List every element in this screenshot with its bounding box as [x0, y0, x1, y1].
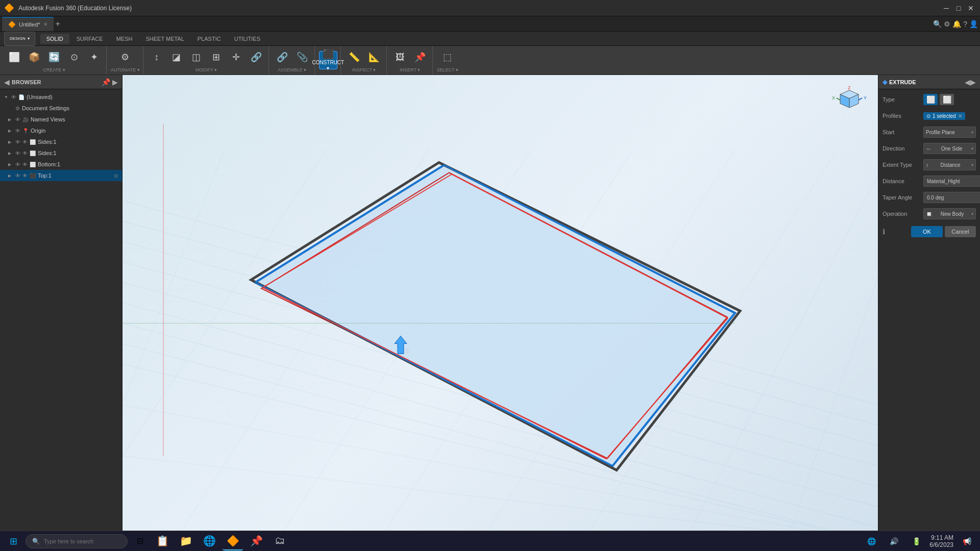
tab-utilities[interactable]: UTILITIES [228, 34, 266, 44]
tool-loft[interactable]: ✦ [85, 48, 103, 66]
tree-item-sides1-2[interactable]: ▶ 👁 👁 ⬜ Sides:1 [0, 147, 122, 159]
doc-tab-close[interactable]: ✕ [43, 21, 47, 27]
browser-expand-button[interactable]: ▶ [112, 78, 118, 86]
account-icon-button[interactable]: 👤 [969, 20, 978, 28]
notifications-icon-button[interactable]: 🔔 [952, 20, 961, 28]
viewport[interactable]: 5 [122, 75, 878, 551]
tool-insert[interactable]: 🖼 [391, 48, 409, 66]
tab-mesh[interactable]: MESH [110, 34, 139, 44]
profiles-badge[interactable]: ⊙ 1 selected ✕ [923, 112, 965, 120]
tool-decal[interactable]: 📌 [411, 48, 429, 66]
task-view-button[interactable]: ⊟ [131, 532, 149, 550]
new-tab-button[interactable]: + [56, 19, 60, 29]
inspect-tools: 📏 📐 [345, 48, 383, 66]
taskbar-app-explorer[interactable]: 📁 [176, 532, 196, 550]
tab-solid[interactable]: SOLID [40, 34, 69, 44]
extrude-info-row: ℹ OK Cancel [878, 224, 980, 239]
design-mode-button[interactable]: DESIGN ▾ [4, 32, 35, 46]
battery-tray-icon[interactable]: 🔋 [907, 532, 925, 550]
tool-new-component[interactable]: ⬜ [5, 48, 23, 66]
svg-line-8 [122, 323, 878, 528]
network-tray-icon[interactable]: 🌐 [862, 532, 880, 550]
toolbar-tools-row: ⬜ 📦 🔄 ⊙ ✦ CREATE ▾ ⚙ [0, 46, 980, 74]
tool-measure[interactable]: 📏 [345, 48, 363, 66]
tab-surface[interactable]: SURFACE [70, 34, 109, 44]
tree-item-top1[interactable]: ▶ 👁 👁 ⬛ Top:1 ⊙ [0, 170, 122, 181]
view-cube[interactable]: Y X Z [829, 85, 870, 126]
tool-sweep[interactable]: ⊙ [65, 48, 83, 66]
tool-revolve[interactable]: 🔄 [45, 48, 63, 66]
taskbar-search-bar[interactable]: 🔍 [26, 534, 128, 548]
search-icon-button[interactable]: 🔍 [933, 20, 942, 28]
extrude-ok-button[interactable]: OK [911, 226, 942, 237]
minimize-button[interactable]: ─ [941, 3, 951, 13]
tool-joint[interactable]: 🔗 [273, 48, 291, 66]
maximize-button[interactable]: □ [953, 3, 964, 13]
close-button[interactable]: ✕ [966, 3, 976, 13]
tool-move[interactable]: ✛ [227, 48, 246, 66]
extrude-panel-title: ◈ EXTRUDE [883, 79, 916, 86]
browser-collapse-button[interactable]: ◀ [4, 78, 10, 86]
extrude-operation-dropdown[interactable]: 🔲 New Body ▾ [923, 208, 976, 219]
svg-line-7 [122, 303, 878, 507]
extrude-distance-input[interactable] [923, 176, 980, 187]
tool-combine[interactable]: 🔗 [247, 48, 265, 66]
viewport-grid: 5 [122, 75, 878, 551]
extrude-taper-angle-input[interactable] [923, 192, 980, 203]
extrude-start-dropdown-text: Profile Plane [926, 130, 955, 135]
extrude-direction-dropdown[interactable]: ↔ One Side ▾ [923, 143, 976, 154]
taskbar-app-clipboard[interactable]: 📋 [152, 532, 173, 550]
start-menu-button[interactable]: ⊞ [4, 532, 22, 550]
browser-pin-button[interactable]: 📌 [102, 78, 110, 86]
extrude-extent-type-dropdown[interactable]: ↕ Distance ▾ [923, 159, 976, 170]
extrude-profiles-label: Profiles [883, 113, 923, 119]
tree-item-origin[interactable]: ▶ 👁 📍 Origin [0, 125, 122, 136]
svg-line-20 [684, 176, 878, 543]
taskbar-clock[interactable]: 9:11 AM 6/6/2023 [929, 534, 953, 548]
tool-plane[interactable]: ⬛ CONSTRUCT ▾ [319, 51, 337, 69]
notification-center-button[interactable]: 📢 [958, 532, 976, 550]
tool-shell[interactable]: ⊞ [207, 48, 226, 66]
tree-expand-icon: ▶ [8, 173, 13, 178]
profiles-badge-close-icon[interactable]: ✕ [958, 113, 962, 119]
tree-item-doc-settings[interactable]: ⚙ Document Settings [0, 103, 122, 114]
svg-line-26 [452, 174, 728, 318]
tool-as-built[interactable]: 📎 [293, 48, 311, 66]
extrude-start-dropdown[interactable]: Profile Plane ▾ [923, 127, 976, 138]
profile-badge-icon: ⊙ [926, 113, 930, 119]
assemble-group-label: ASSEMBLE ▾ [278, 67, 306, 72]
help-icon-button[interactable]: ? [963, 20, 967, 28]
tool-section[interactable]: 📐 [365, 48, 383, 66]
taskbar-app-fusion[interactable]: 🔶 [223, 532, 243, 550]
toolbar-tabs: DESIGN ▾ SOLID SURFACE MESH SHEET METAL … [0, 32, 980, 46]
extrude-panel-collapse-button[interactable]: ◀▶ [965, 78, 976, 86]
volume-tray-icon[interactable]: 🔊 [885, 532, 903, 550]
settings-icon-button[interactable]: ⚙ [944, 20, 950, 28]
tab-sheet-metal[interactable]: SHEET METAL [139, 34, 190, 44]
tree-item-named-views[interactable]: ▶ 👁 🎥 Named Views [0, 114, 122, 125]
taskbar-search-input[interactable] [44, 538, 115, 544]
taskbar-app-pin2[interactable]: 🗂 [270, 532, 290, 550]
tool-press-pull[interactable]: ↕ [148, 48, 166, 66]
tab-plastic[interactable]: PLASTIC [191, 34, 227, 44]
main-area: ◀ BROWSER 📌 ▶ ▼ 👁 📄 (Unsaved) ⚙ Document… [0, 75, 980, 551]
tool-fillet[interactable]: ◪ [167, 48, 186, 66]
taskbar-app-chrome[interactable]: 🌐 [199, 532, 219, 550]
tree-item-bottom1[interactable]: ▶ 👁 👁 ⬜ Bottom:1 [0, 159, 122, 170]
taskbar-app-pin1[interactable]: 📌 [246, 532, 266, 550]
extrude-type-btn-1[interactable]: ⬜ [923, 94, 938, 105]
extrude-type-btn-2[interactable]: ⬜ [940, 94, 954, 105]
tool-chamfer[interactable]: ◫ [187, 48, 206, 66]
titlebar-left: 🔶 Autodesk Fusion 360 (Education License… [4, 3, 132, 13]
tool-extrude[interactable]: 📦 [25, 48, 43, 66]
tool-select[interactable]: ⬚ [438, 48, 457, 66]
tree-item-sides1[interactable]: ▶ 👁 👁 ⬜ Sides:1 [0, 136, 122, 147]
tree-box-icon: ⬜ [30, 151, 36, 156]
extrude-cancel-button[interactable]: Cancel [945, 226, 976, 237]
titlebar-title: Autodesk Fusion 360 (Education License) [18, 5, 132, 12]
tree-item-unsaved[interactable]: ▼ 👁 📄 (Unsaved) [0, 91, 122, 103]
decal-icon: 📌 [414, 53, 426, 62]
document-tab[interactable]: 🔶 Untitled* ✕ [2, 17, 54, 31]
tool-automate[interactable]: ⚙ [116, 48, 134, 66]
extrude-info-button[interactable]: ℹ [883, 228, 885, 236]
